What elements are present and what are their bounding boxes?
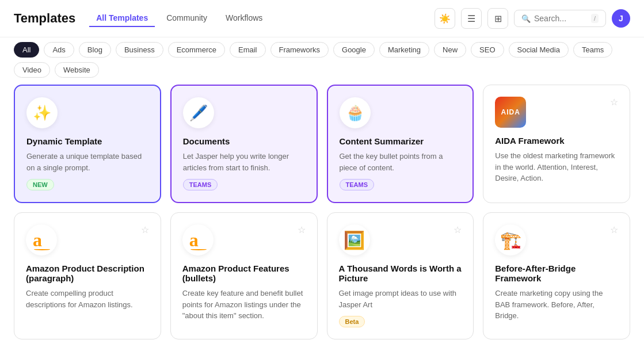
card-title: AIDA Framework [495,136,618,146]
card-icon: ✨ [33,104,51,122]
filter-row: AllAdsBlogBusinessEcommerceEmailFramewor… [0,37,644,85]
nav-all-templates[interactable]: All Templates [89,10,155,27]
theme-toggle-button[interactable]: ☀️ [435,8,455,29]
card-title: Amazon Product Features (bullets) [182,264,306,283]
card-title: Documents [183,136,305,146]
filter-pill-ads[interactable]: Ads [44,42,74,58]
grid-view-button[interactable]: ⊞ [487,8,508,29]
star-icon[interactable]: ☆ [454,224,462,235]
card-title: Content Summarizer [340,136,462,146]
picture-icon: 🖼️ [344,230,365,250]
card-desc: Create marketing copy using the BAB fram… [495,288,618,322]
card-thousand-words[interactable]: ☆ 🖼️ A Thousand Words is Worth a Picture… [327,212,474,339]
card-content-summarizer[interactable]: 🧁 Content Summarizer Get the key bullet … [327,85,474,203]
card-title: Amazon Product Description (paragraph) [26,264,149,283]
filter-pill-teams[interactable]: Teams [573,42,612,58]
card-icon-documents: 🖊️ [183,97,214,128]
star-icon[interactable]: ☆ [610,224,618,235]
card-title: A Thousand Words is Worth a Picture [339,264,462,283]
search-box[interactable]: 🔍 / [514,10,606,27]
card-before-after-bridge[interactable]: ☆ 🏗️ Before-After-Bridge Framework Creat… [483,212,630,339]
filter-pill-new[interactable]: New [434,42,466,58]
cards-grid: ✨ Dynamic Template Generate a unique tem… [0,85,644,353]
amazon-icon: a [189,230,207,250]
filter-pill-all[interactable]: All [14,42,39,58]
card-title: Dynamic Template [26,136,148,146]
card-desc: Get the key bullet points from a piece o… [340,151,462,173]
header-actions: ☀️ ☰ ⊞ 🔍 / J [435,8,630,29]
card-icon: 🖊️ [189,104,208,122]
filter-pill-seo[interactable]: SEO [471,42,504,58]
filter-pill-marketing[interactable]: Marketing [379,42,429,58]
card-badge-teams: TEAMS [340,179,375,190]
card-desc: Use the oldest marketing framework in th… [495,150,618,184]
list-view-button[interactable]: ☰ [461,8,482,29]
card-icon-amazon-product-desc: a [26,224,57,255]
card-title: Before-After-Bridge Framework [495,264,618,283]
page-title: Templates [14,11,75,26]
star-icon[interactable]: ☆ [298,224,306,235]
filter-pill-email[interactable]: Email [230,42,266,58]
card-aida-framework[interactable]: ☆ AIDA AIDA Framework Use the oldest mar… [483,85,630,203]
header: Templates All Templates Community Workfl… [0,0,644,37]
card-desc: Create compelling product descriptions f… [26,288,149,310]
nav-community[interactable]: Community [159,10,214,27]
amazon-icon: a [33,230,50,250]
nav-workflows[interactable]: Workflows [219,10,269,27]
card-icon-content-summarizer: 🧁 [340,97,371,128]
header-nav: All Templates Community Workflows [89,10,269,27]
card-desc: Create key feature and benefit bullet po… [182,288,306,322]
filter-pill-google[interactable]: Google [333,42,375,58]
card-badge-new: NEW [26,179,54,190]
card-desc: Let Jasper help you write longer article… [183,151,305,173]
star-icon[interactable]: ☆ [610,97,618,108]
card-documents[interactable]: 🖊️ Documents Let Jasper help you write l… [170,85,318,203]
card-amazon-product-desc[interactable]: ☆ a Amazon Product Description (paragrap… [14,212,161,339]
filter-pill-social-media[interactable]: Social Media [509,42,569,58]
card-badge-beta: Beta [339,316,365,327]
avatar[interactable]: J [612,9,630,28]
filter-pill-business[interactable]: Business [116,42,163,58]
filter-pill-ecommerce[interactable]: Ecommerce [168,42,225,58]
aida-icon: AIDA [495,97,526,128]
card-badge-teams: TEAMS [183,179,218,190]
card-icon-amazon-product-features: a [182,224,214,255]
search-input[interactable] [534,14,588,23]
card-icon: 🧁 [346,104,364,122]
filter-pill-video[interactable]: Video [14,62,50,78]
filter-pill-website[interactable]: Website [55,62,99,78]
card-dynamic-template[interactable]: ✨ Dynamic Template Generate a unique tem… [14,85,161,203]
card-amazon-product-features[interactable]: ☆ a Amazon Product Features (bullets) Cr… [170,212,318,339]
filter-pill-blog[interactable]: Blog [79,42,111,58]
search-shortcut: / [591,14,599,23]
card-desc: Get image prompt ideas to use with Jaspe… [339,288,462,310]
card-icon-thousand-words: 🖼️ [339,224,370,255]
search-icon: 🔍 [521,14,531,23]
filter-pill-frameworks[interactable]: Frameworks [270,42,329,58]
bridge-icon: 🏗️ [500,230,521,250]
card-icon-dynamic-template: ✨ [26,97,58,128]
card-desc: Generate a unique template based on a si… [26,151,148,173]
star-icon[interactable]: ☆ [141,224,149,235]
card-icon-before-after-bridge: 🏗️ [495,224,526,255]
